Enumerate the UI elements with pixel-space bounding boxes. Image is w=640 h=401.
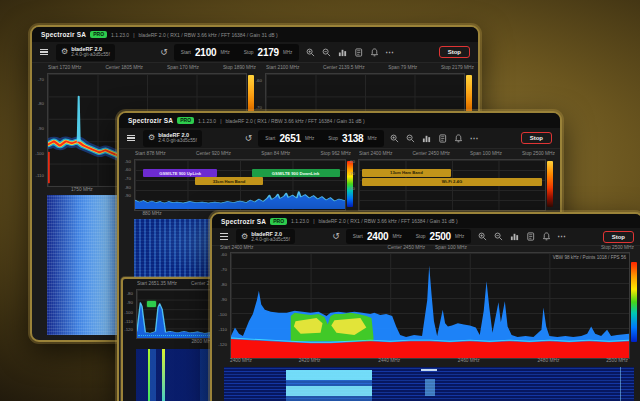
band-annotation-gsm-uplink[interactable]: GSM/LTE 900 UpLink — [143, 169, 217, 177]
stop-frequency-value[interactable]: 2500 — [430, 231, 451, 242]
menu-icon[interactable] — [127, 135, 135, 142]
y-tick: -70 — [38, 76, 44, 81]
y-tick: -70 — [125, 176, 131, 181]
y-axis: -60 -70 -80 — [345, 159, 357, 209]
y-tick: -80 — [221, 281, 227, 286]
y-tick: -110 — [36, 172, 44, 177]
start-frequency-value[interactable]: 2400 — [367, 231, 388, 242]
menu-icon[interactable] — [220, 233, 228, 240]
band-annotation-gsm-downlink[interactable]: GSM/LTE 900 DownLink — [252, 169, 340, 177]
stop-acquisition-button[interactable]: Stop — [521, 132, 552, 144]
chart-view-button[interactable] — [509, 232, 519, 242]
start-unit: MHz — [220, 50, 229, 55]
undo-icon[interactable]: ↺ — [160, 48, 168, 57]
band-annotation-13cm-ham[interactable]: 13cm Ham Band — [362, 169, 451, 177]
pro-badge: PRO — [90, 31, 107, 38]
y-tick: -100 — [35, 150, 44, 155]
panel-span: Span 84 MHz — [261, 151, 290, 156]
band-annotation-wifi[interactable]: Wi-Fi 2.4G — [362, 178, 542, 186]
panel-start: Start 2651.35 MHz — [137, 281, 177, 286]
stop-unit: MHz — [367, 136, 376, 141]
stop-acquisition-button[interactable]: Stop — [439, 46, 470, 58]
y-tick: -60 — [256, 77, 262, 82]
panel-stop: Stop 1890 MHz — [223, 65, 256, 70]
zoom-in-button[interactable] — [305, 47, 315, 57]
spectrum-plot-main-2400-2500[interactable]: VBW 98 kHz / Points 1018 / FPS 56 — [230, 252, 630, 359]
y-axis: -70 -80 -90 -100 -110 — [34, 73, 46, 185]
journal-icon — [354, 48, 363, 57]
zoom-out-button[interactable] — [406, 133, 416, 143]
divider: | — [133, 32, 134, 38]
colorbar — [547, 161, 553, 207]
y-tick: -60 — [221, 252, 227, 257]
start-frequency-value[interactable]: 2100 — [195, 47, 216, 58]
x-tick: 2400 MHz — [230, 358, 252, 363]
more-options-button[interactable]: ⋯ — [385, 48, 393, 57]
x-tick: 2420 MHz — [299, 358, 321, 363]
panel-header: Start 1720 MHz Center 1805 MHz Span 170 … — [48, 65, 256, 70]
zoom-out-button[interactable] — [493, 232, 503, 242]
spectrum-trace — [231, 253, 629, 358]
panel-center: Center 2450 MHz — [412, 151, 450, 156]
zoom-in-button[interactable] — [477, 232, 487, 242]
journal-button[interactable] — [353, 47, 363, 57]
journal-button[interactable] — [525, 232, 535, 242]
window3-content: Start 2400 MHz Center 2450 MHz Span 100 … — [214, 245, 640, 401]
stop-acquisition-button[interactable]: Stop — [603, 231, 634, 243]
device-chip[interactable]: ⚙ bladeRF 2.0 2.4.0-git-a3d5c55f — [236, 229, 295, 244]
more-options-button[interactable]: ⋯ — [557, 232, 565, 241]
waterfall-display[interactable] — [224, 367, 634, 401]
alerts-button[interactable] — [541, 232, 551, 242]
y-tick: -90 — [221, 297, 227, 302]
titlebar[interactable]: Spectrozir SA PRO 1.1.23.0 | bladeRF 2.0… — [32, 27, 478, 42]
more-options-button[interactable]: ⋯ — [470, 134, 478, 143]
y-tick: -70 — [221, 266, 227, 271]
x-tick: 1750 MHz — [71, 187, 93, 192]
alerts-button[interactable] — [369, 47, 379, 57]
y-tick: -90 — [125, 193, 131, 198]
panel-span: Span 100 MHz — [470, 151, 502, 156]
waterfall-streak — [162, 349, 165, 401]
menu-icon[interactable] — [40, 49, 48, 56]
panel-stop: Stop 2500 MHz — [522, 151, 555, 156]
titlebar[interactable]: Spectrozir SA PRO 1.1.23.0 | bladeRF 2.0… — [212, 214, 640, 228]
spectrum-plot-878-962[interactable]: GSM/LTE 900 UpLink GSM/LTE 900 DownLink … — [134, 159, 346, 211]
y-axis: -50 -60 -70 -80 -90 — [121, 159, 133, 209]
y-tick: -80 — [127, 290, 133, 295]
waterfall-streak — [148, 349, 150, 401]
band-annotation-33cm-ham[interactable]: 33cm Ham Band — [195, 177, 263, 185]
y-tick: -90 — [38, 125, 44, 130]
zoom-out-button[interactable] — [321, 47, 331, 57]
spectrozir-window-3: Spectrozir SA PRO 1.1.23.0 | bladeRF 2.0… — [210, 212, 640, 401]
frequency-range-chip[interactable]: Start 2100 MHz Stop 2179 MHz — [174, 44, 299, 61]
undo-icon[interactable]: ↺ — [245, 134, 253, 143]
stop-frequency-value[interactable]: 3138 — [342, 133, 363, 144]
panel-center: Center 2450 MHz — [387, 245, 425, 250]
undo-icon[interactable]: ↺ — [332, 232, 340, 241]
chart-view-button[interactable] — [422, 133, 432, 143]
frequency-range-chip[interactable]: Start 2400 MHz Stop 2500 MHz — [346, 229, 471, 244]
start-frequency-value[interactable]: 2651 — [279, 133, 300, 144]
device-chip[interactable]: ⚙ bladeRF 2.0 2.4.0-git-a3d5c55f — [143, 130, 202, 147]
alerts-button[interactable] — [454, 133, 464, 143]
sweep-info-text: VBW 98 kHz / Points 1018 / FPS 56 — [553, 255, 626, 260]
frequency-range-chip[interactable]: Start 2651 MHz Stop 3138 MHz — [258, 130, 383, 147]
marker-badge[interactable] — [147, 301, 156, 307]
chart-view-button[interactable] — [337, 47, 347, 57]
bar-chart-icon — [510, 232, 519, 241]
titlebar[interactable]: Spectrozir SA PRO 1.1.23.0 | bladeRF 2.0… — [119, 113, 560, 128]
version-text: 1.1.23.0 — [198, 118, 216, 124]
device-chip[interactable]: ⚙ bladeRF 2.0 2.4.0-git-a3d5c55f — [56, 44, 115, 61]
device-firmware: 2.4.0-git-a3d5c55f — [71, 52, 110, 58]
session-info: bladeRF 2.0 ( RX1 / RBW 3.66 kHz / FFT 1… — [225, 118, 364, 124]
spectrum-plot-2400-2500[interactable]: 13cm Ham Band Wi-Fi 2.4G — [358, 159, 546, 211]
bell-icon — [454, 134, 463, 143]
y-tick: -120 — [124, 327, 133, 332]
zoom-in-button[interactable] — [390, 133, 400, 143]
journal-button[interactable] — [438, 133, 448, 143]
panel-center: Center 2139.5 MHz — [323, 65, 365, 70]
version-text: 1.1.23.0 — [111, 32, 129, 38]
panel-header: Start 878 MHz Center 920 MHz Span 84 MHz… — [135, 151, 351, 156]
stop-frequency-value[interactable]: 2179 — [258, 47, 279, 58]
panel-stop: Stop 2179 MHz — [441, 65, 474, 70]
